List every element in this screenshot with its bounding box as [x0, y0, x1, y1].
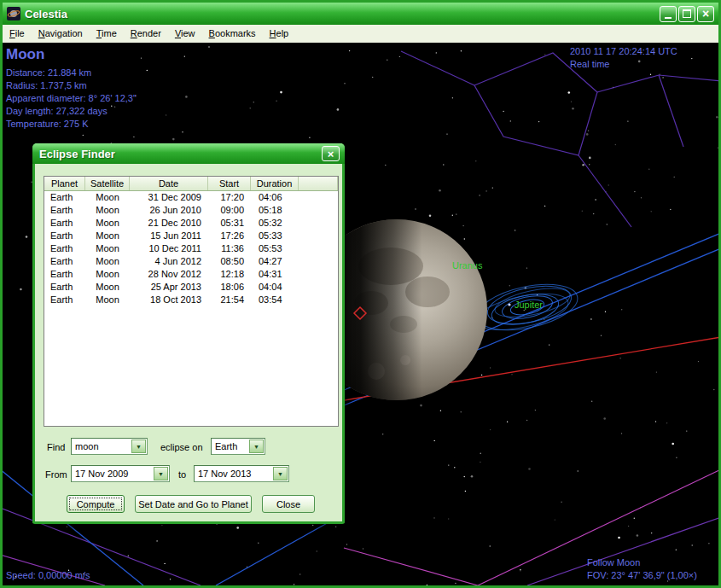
table-row[interactable]: EarthMoon28 Nov 201212:1804:31 — [44, 268, 338, 281]
cell-duration: 05:33 — [251, 230, 299, 242]
cell-duration: 04:31 — [251, 268, 299, 281]
table-row[interactable]: EarthMoon25 Apr 201318:0604:04 — [44, 281, 338, 294]
table-row[interactable]: EarthMoon15 Jun 201117:2605:33 — [44, 230, 338, 242]
cell-date: 4 Jun 2012 — [130, 255, 208, 268]
jupiter-label[interactable]: Jupiter — [515, 300, 543, 310]
eclipse-on-combobox[interactable]: Earth ▼ — [211, 438, 265, 455]
menu-view[interactable]: View — [168, 25, 202, 43]
cell-satellite: Moon — [85, 191, 130, 204]
cell-planet: Earth — [44, 242, 85, 255]
dialog-close-action-button[interactable]: Close — [262, 495, 315, 513]
cell-satellite: Moon — [85, 268, 130, 281]
table-row[interactable]: EarthMoon21 Dec 201005:3105:32 — [44, 217, 338, 230]
close-icon: × — [702, 8, 709, 20]
app-icon — [7, 7, 20, 20]
cell-start: 17:20 — [208, 191, 251, 204]
jupiter-dot[interactable] — [508, 303, 510, 306]
chevron-down-icon[interactable]: ▼ — [131, 440, 146, 453]
dialog-close-button[interactable]: × — [322, 146, 340, 161]
cell-start: 08:50 — [208, 255, 251, 268]
cell-planet: Earth — [44, 191, 85, 204]
set-date-go-to-planet-button[interactable]: Set Date and Go to Planet — [135, 495, 252, 513]
menu-time[interactable]: Time — [90, 25, 124, 43]
table-row[interactable]: EarthMoon10 Dec 201111:3605:53 — [44, 242, 338, 255]
chevron-down-icon[interactable]: ▼ — [273, 467, 288, 480]
col-header-satellite[interactable]: Satellite — [85, 177, 130, 190]
maximize-button[interactable] — [678, 6, 695, 22]
cell-satellite: Moon — [85, 230, 130, 242]
cell-satellite: Moon — [85, 204, 130, 217]
dialog-titlebar[interactable]: Eclipse Finder — [32, 143, 345, 164]
minimize-button[interactable] — [660, 6, 677, 22]
cell-start: 17:26 — [208, 230, 251, 242]
from-date-combobox[interactable]: 17 Nov 2009 ▼ — [71, 465, 170, 482]
hud-follow-fov: Follow MoonFOV: 23° 47' 36,9" (1,00×) — [587, 556, 697, 582]
eclipse-on-label: eclipse on — [160, 439, 203, 456]
celestia-window: Celestia × File Navigation Time Render V… — [0, 0, 721, 588]
eclipse-on-value: Earth — [215, 439, 250, 454]
cell-satellite: Moon — [85, 281, 130, 294]
compute-button[interactable]: Compute — [67, 495, 125, 513]
hud-datetime: 2010 11 17 20:24:14 UTCReal time — [570, 45, 677, 71]
to-label: to — [178, 466, 186, 483]
cell-start: 18:06 — [208, 281, 251, 294]
table-row[interactable]: EarthMoon31 Dec 200917:2004:06 — [44, 191, 338, 204]
maximize-icon — [683, 9, 691, 18]
find-value: moon — [75, 439, 132, 454]
table-row[interactable]: EarthMoon26 Jun 201009:0005:18 — [44, 204, 338, 217]
menu-help[interactable]: Help — [263, 25, 296, 43]
cell-start: 11:36 — [208, 242, 251, 255]
dialog-close-icon: × — [328, 148, 334, 160]
hud-fov: FOV: 23° 47' 36,9" (1,00×) — [587, 570, 697, 580]
hud-date: 2010 11 17 20:24:14 UTC — [570, 46, 677, 56]
hud-follow: Follow Moon — [587, 557, 640, 568]
hud-object-info: Distance: 21.884 km Radius: 1.737,5 km A… — [6, 67, 137, 131]
cell-planet: Earth — [44, 204, 85, 217]
titlebar[interactable]: Celestia × — [3, 3, 718, 25]
cell-date: 10 Dec 2011 — [130, 242, 208, 255]
cell-planet: Earth — [44, 281, 85, 294]
cell-date: 18 Oct 2013 — [130, 294, 208, 306]
cell-duration: 04:27 — [251, 255, 299, 268]
menu-render[interactable]: Render — [124, 25, 168, 43]
cell-date: 26 Jun 2010 — [130, 204, 208, 217]
cell-planet: Earth — [44, 217, 85, 230]
cell-date: 21 Dec 2010 — [130, 217, 208, 230]
col-header-date[interactable]: Date — [130, 177, 208, 190]
chevron-down-icon[interactable]: ▼ — [154, 467, 168, 480]
dialog-title: Eclipse Finder — [39, 148, 115, 160]
cell-satellite: Moon — [85, 217, 130, 230]
menu-file[interactable]: File — [3, 25, 32, 43]
cell-date: 15 Jun 2011 — [130, 230, 208, 242]
from-label: From — [45, 466, 67, 483]
eclipse-table[interactable]: Planet Satellite Date Start Duration Ear… — [44, 176, 339, 427]
chevron-down-icon[interactable]: ▼ — [249, 440, 264, 453]
cell-duration: 03:54 — [251, 294, 299, 306]
cell-date: 31 Dec 2009 — [130, 191, 208, 204]
cell-planet: Earth — [44, 255, 85, 268]
uranus-label[interactable]: Uranus — [452, 260, 483, 271]
cell-start: 12:18 — [208, 268, 251, 281]
cell-duration: 05:18 — [251, 204, 299, 217]
cell-satellite: Moon — [85, 242, 130, 255]
window-title: Celestia — [25, 8, 67, 20]
col-header-duration[interactable]: Duration — [251, 177, 299, 190]
cell-duration: 05:32 — [251, 217, 299, 230]
eclipse-finder-dialog: Eclipse Finder × Planet Satellite Date S… — [32, 143, 345, 524]
menu-navigation[interactable]: Navigation — [32, 25, 90, 43]
cell-duration: 04:04 — [251, 281, 299, 294]
to-date-combobox[interactable]: 17 Nov 2013 ▼ — [194, 465, 289, 482]
menu-bookmarks[interactable]: Bookmarks — [202, 25, 263, 43]
find-combobox[interactable]: moon ▼ — [71, 438, 148, 455]
table-row[interactable]: EarthMoon18 Oct 201321:5403:54 — [44, 294, 338, 306]
hud-time-mode: Real time — [570, 59, 609, 69]
table-row[interactable]: EarthMoon4 Jun 201208:5004:27 — [44, 255, 338, 268]
col-header-blank[interactable] — [299, 177, 338, 190]
cell-satellite: Moon — [85, 255, 130, 268]
cell-planet: Earth — [44, 268, 85, 281]
col-header-planet[interactable]: Planet — [44, 177, 85, 190]
cell-planet: Earth — [44, 294, 85, 306]
close-button[interactable]: × — [697, 6, 714, 22]
cell-planet: Earth — [44, 230, 85, 242]
col-header-start[interactable]: Start — [208, 177, 251, 190]
